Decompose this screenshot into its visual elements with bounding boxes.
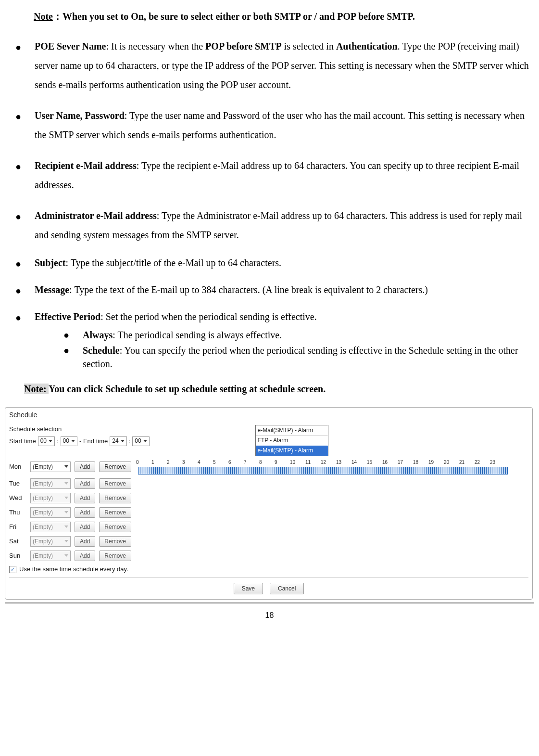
schedule-panel: Schedule Schedule selection Start time 0… <box>5 407 533 600</box>
day-label: Sat <box>9 537 26 546</box>
chevron-down-icon <box>64 465 68 468</box>
day-row-wed: Wed(Empty)AddRemove <box>9 493 528 503</box>
note-text: When you set to On, be sure to select ei… <box>63 11 415 22</box>
dropdown-head[interactable]: e-Mail(SMTP) - Alarm <box>256 425 328 436</box>
hour-tick: 10 <box>290 459 305 466</box>
bullet-effective: Effective Period: Set the period when th… <box>15 310 534 371</box>
save-button[interactable]: Save <box>234 583 263 594</box>
effective-sub-list: Always: The periodical sending is always… <box>63 328 534 371</box>
note2-b1: Schedule <box>105 384 142 394</box>
start-hour-select[interactable]: 00 <box>38 436 55 446</box>
same-time-checkbox[interactable]: ✓ <box>9 566 16 573</box>
sub-always: Always: The periodical sending is always… <box>63 328 534 342</box>
effective-text: : Set the period when the periodical sen… <box>100 311 317 322</box>
effective-label: Effective Period <box>35 311 100 322</box>
end-hour-select[interactable]: 24 <box>110 436 126 446</box>
remove-button: Remove <box>99 536 131 547</box>
start-hour-value: 00 <box>40 437 47 445</box>
hour-tick: 17 <box>398 459 413 466</box>
start-time-label: Start time <box>9 437 36 446</box>
day-select: (Empty) <box>30 507 71 518</box>
note-sep: ： <box>53 11 63 22</box>
note2-t2: to set up schedule setting at schedule s… <box>142 384 326 394</box>
hour-tick: 1 <box>151 459 167 466</box>
chevron-down-icon <box>64 511 68 513</box>
main-bullet-list: POE Sever Name: It is necessary when the… <box>15 37 534 371</box>
chevron-down-icon <box>64 554 68 557</box>
bullet-message: Message: Type the text of the E-mail up … <box>15 283 534 296</box>
chevron-down-icon <box>64 497 68 499</box>
page-number: 18 <box>5 610 534 621</box>
hour-tick: 6 <box>228 459 244 466</box>
end-min-select[interactable]: 00 <box>132 436 149 446</box>
end-min-value: 00 <box>135 437 141 445</box>
message-label: Message <box>35 284 69 295</box>
hour-tick: 14 <box>351 459 367 466</box>
top-note: Note：When you set to On, be sure to sele… <box>34 10 534 23</box>
day-select: (Empty) <box>30 536 71 547</box>
note-schedule: Note: You can click Schedule to set up s… <box>24 382 534 396</box>
chevron-down-icon <box>49 440 52 442</box>
day-select: (Empty) <box>30 522 71 532</box>
hour-tick: 22 <box>475 459 490 466</box>
schedule-selection-dropdown[interactable]: e-Mail(SMTP) - Alarm FTP - Alarme-Mail(S… <box>255 425 328 456</box>
note2-prefix: Note: <box>24 384 49 394</box>
dropdown-item[interactable]: FTP - Alarm <box>256 436 328 446</box>
add-button: Add <box>75 507 95 518</box>
bottom-rule <box>5 602 534 603</box>
chevron-down-icon <box>64 525 68 528</box>
day-select: (Empty) <box>30 478 71 489</box>
hour-tick: 12 <box>321 459 336 466</box>
start-min-select[interactable]: 00 <box>61 436 77 446</box>
always-text: : The periodical sending is always effec… <box>113 330 282 340</box>
remove-button: Remove <box>99 522 131 532</box>
remove-button[interactable]: Remove <box>99 461 131 472</box>
add-button: Add <box>75 551 95 561</box>
day-select[interactable]: (Empty) <box>30 461 71 472</box>
add-button: Add <box>75 478 95 489</box>
poe-b2: Authentication <box>336 41 398 51</box>
hour-tick: 19 <box>428 459 444 466</box>
hour-tick: 3 <box>182 459 198 466</box>
day-row-mon: Mon(Empty)AddRemove012345678910111213141… <box>9 459 528 474</box>
bullet-user: User Name, Password: Type the user name … <box>15 106 534 144</box>
message-text: : Type the text of the E-mail up to 384 … <box>69 284 428 295</box>
remove-button: Remove <box>99 478 131 489</box>
chevron-down-icon <box>143 440 147 442</box>
hour-tick: 18 <box>413 459 428 466</box>
colon1: : <box>57 437 59 446</box>
end-time-label: - End time <box>79 437 108 446</box>
add-button[interactable]: Add <box>75 461 95 472</box>
add-button: Add <box>75 536 95 547</box>
bullet-admin: Administrator e-Mail address: Type the A… <box>15 206 534 244</box>
day-label: Tue <box>9 479 26 488</box>
hour-tick: 11 <box>305 459 321 466</box>
day-label: Sun <box>9 551 26 560</box>
day-row-thu: Thu(Empty)AddRemove <box>9 507 528 518</box>
bullet-subject: Subject: Type the subject/title of the e… <box>15 256 534 269</box>
hour-tick: 5 <box>213 459 228 466</box>
hour-tick: 0 <box>136 459 151 466</box>
hour-ticks: 01234567891011121314151617181920212223 <box>136 459 528 466</box>
remove-button: Remove <box>99 551 131 561</box>
chevron-down-icon <box>64 482 68 485</box>
day-select: (Empty) <box>30 551 71 561</box>
chevron-down-icon <box>71 440 75 442</box>
timeline: 01234567891011121314151617181920212223 <box>138 459 528 474</box>
hour-tick: 8 <box>259 459 275 466</box>
hour-tick: 21 <box>459 459 475 466</box>
cancel-button[interactable]: Cancel <box>270 583 304 594</box>
hour-tick: 4 <box>198 459 213 466</box>
footer-buttons: Save Cancel <box>9 583 528 596</box>
day-row-fri: Fri(Empty)AddRemove <box>9 522 528 532</box>
note-prefix: Note <box>34 11 53 22</box>
dropdown-head-label: e-Mail(SMTP) - Alarm <box>258 426 313 435</box>
note2-t1: You can click <box>49 384 105 394</box>
day-label: Wed <box>9 494 26 502</box>
day-row-tue: Tue(Empty)AddRemove <box>9 478 528 489</box>
hour-tick: 15 <box>367 459 382 466</box>
add-button: Add <box>75 522 95 532</box>
dropdown-item[interactable]: e-Mail(SMTP) - Alarm <box>256 446 328 456</box>
start-min-value: 00 <box>63 437 69 445</box>
user-label: User Name, Password <box>35 110 125 121</box>
